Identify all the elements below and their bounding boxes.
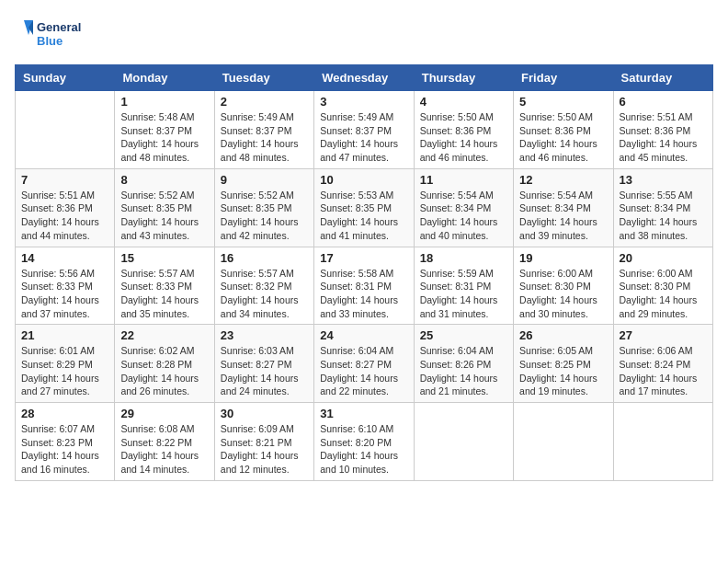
day-header-thursday: Thursday [414, 65, 513, 91]
cell-info: Sunrise: 5:56 AM Sunset: 8:33 PM Dayligh… [21, 267, 108, 321]
cell-info: Sunrise: 6:04 AM Sunset: 8:26 PM Dayligh… [420, 344, 507, 398]
week-row-2: 14Sunrise: 5:56 AM Sunset: 8:33 PM Dayli… [16, 247, 713, 325]
cell-info: Sunrise: 5:49 AM Sunset: 8:37 PM Dayligh… [221, 110, 308, 165]
calendar-cell [414, 403, 513, 481]
cell-date: 26 [519, 328, 607, 342]
cell-date: 22 [120, 328, 208, 342]
calendar-cell: 13Sunrise: 5:55 AM Sunset: 8:34 PM Dayli… [613, 168, 712, 247]
cell-info: Sunrise: 5:58 AM Sunset: 8:31 PM Dayligh… [320, 267, 407, 321]
cell-info: Sunrise: 6:10 AM Sunset: 8:20 PM Dayligh… [320, 422, 407, 477]
cell-date: 5 [519, 95, 607, 109]
calendar-cell [514, 403, 613, 481]
calendar-cell: 5Sunrise: 5:50 AM Sunset: 8:36 PM Daylig… [514, 91, 613, 169]
logo-svg: General Blue [15, 15, 88, 55]
cell-date: 8 [120, 173, 208, 187]
cell-date: 12 [519, 173, 607, 187]
day-header-wednesday: Wednesday [314, 65, 414, 91]
cell-date: 31 [320, 407, 407, 420]
calendar-cell: 17Sunrise: 5:58 AM Sunset: 8:31 PM Dayli… [314, 247, 414, 325]
cell-date: 7 [21, 173, 108, 187]
day-header-monday: Monday [115, 65, 214, 91]
cell-date: 23 [221, 328, 308, 342]
cell-info: Sunrise: 6:00 AM Sunset: 8:30 PM Dayligh… [519, 267, 607, 321]
calendar-cell: 14Sunrise: 5:56 AM Sunset: 8:33 PM Dayli… [16, 247, 115, 325]
cell-date: 18 [420, 251, 507, 265]
cell-date: 6 [620, 95, 707, 109]
calendar-cell: 21Sunrise: 6:01 AM Sunset: 8:29 PM Dayli… [16, 325, 115, 403]
cell-info: Sunrise: 5:53 AM Sunset: 8:35 PM Dayligh… [320, 189, 407, 243]
calendar-cell: 29Sunrise: 6:08 AM Sunset: 8:22 PM Dayli… [115, 403, 214, 481]
cell-info: Sunrise: 6:05 AM Sunset: 8:25 PM Dayligh… [519, 344, 607, 398]
calendar-cell: 2Sunrise: 5:49 AM Sunset: 8:37 PM Daylig… [214, 91, 313, 169]
cell-date: 25 [420, 328, 507, 342]
week-row-4: 28Sunrise: 6:07 AM Sunset: 8:23 PM Dayli… [16, 403, 713, 481]
header: General Blue [15, 15, 713, 55]
cell-info: Sunrise: 5:55 AM Sunset: 8:34 PM Dayligh… [620, 189, 707, 243]
cell-date: 24 [320, 328, 407, 342]
cell-info: Sunrise: 5:59 AM Sunset: 8:31 PM Dayligh… [420, 267, 507, 321]
calendar-cell: 9Sunrise: 5:52 AM Sunset: 8:35 PM Daylig… [214, 168, 313, 247]
calendar-cell: 25Sunrise: 6:04 AM Sunset: 8:26 PM Dayli… [414, 325, 513, 403]
calendar-cell: 12Sunrise: 5:54 AM Sunset: 8:34 PM Dayli… [514, 168, 613, 247]
calendar-cell: 3Sunrise: 5:49 AM Sunset: 8:37 PM Daylig… [314, 91, 414, 169]
calendar-cell: 7Sunrise: 5:51 AM Sunset: 8:36 PM Daylig… [16, 168, 115, 247]
calendar-cell: 31Sunrise: 6:10 AM Sunset: 8:20 PM Dayli… [314, 403, 414, 481]
cell-date: 11 [420, 173, 507, 187]
calendar-cell [613, 403, 712, 481]
cell-info: Sunrise: 5:48 AM Sunset: 8:37 PM Dayligh… [120, 110, 208, 165]
week-row-3: 21Sunrise: 6:01 AM Sunset: 8:29 PM Dayli… [16, 325, 713, 403]
day-header-tuesday: Tuesday [214, 65, 313, 91]
cell-info: Sunrise: 6:07 AM Sunset: 8:23 PM Dayligh… [21, 422, 108, 477]
calendar-cell: 23Sunrise: 6:03 AM Sunset: 8:27 PM Dayli… [214, 325, 313, 403]
calendar-cell: 1Sunrise: 5:48 AM Sunset: 8:37 PM Daylig… [115, 91, 214, 169]
cell-date: 19 [519, 251, 607, 265]
calendar-cell: 30Sunrise: 6:09 AM Sunset: 8:21 PM Dayli… [214, 403, 313, 481]
cell-info: Sunrise: 6:03 AM Sunset: 8:27 PM Dayligh… [221, 344, 308, 398]
calendar-cell: 6Sunrise: 5:51 AM Sunset: 8:36 PM Daylig… [613, 91, 712, 169]
cell-date: 3 [320, 95, 407, 109]
calendar-cell: 15Sunrise: 5:57 AM Sunset: 8:33 PM Dayli… [115, 247, 214, 325]
cell-date: 13 [620, 173, 707, 187]
day-header-saturday: Saturday [613, 65, 712, 91]
day-header-sunday: Sunday [16, 65, 115, 91]
cell-date: 20 [620, 251, 707, 265]
logo: General Blue [15, 15, 88, 55]
cell-date: 29 [120, 407, 208, 420]
svg-text:Blue: Blue [37, 34, 63, 48]
cell-date: 14 [21, 251, 108, 265]
cell-info: Sunrise: 6:08 AM Sunset: 8:22 PM Dayligh… [120, 422, 208, 477]
week-row-0: 1Sunrise: 5:48 AM Sunset: 8:37 PM Daylig… [16, 91, 713, 169]
cell-info: Sunrise: 5:50 AM Sunset: 8:36 PM Dayligh… [519, 110, 607, 165]
cell-info: Sunrise: 5:52 AM Sunset: 8:35 PM Dayligh… [120, 189, 208, 243]
cell-info: Sunrise: 5:57 AM Sunset: 8:33 PM Dayligh… [120, 267, 208, 321]
cell-date: 28 [21, 407, 108, 420]
calendar-cell: 4Sunrise: 5:50 AM Sunset: 8:36 PM Daylig… [414, 91, 513, 169]
calendar-cell: 24Sunrise: 6:04 AM Sunset: 8:27 PM Dayli… [314, 325, 414, 403]
calendar-cell: 16Sunrise: 5:57 AM Sunset: 8:32 PM Dayli… [214, 247, 313, 325]
cell-info: Sunrise: 6:04 AM Sunset: 8:27 PM Dayligh… [320, 344, 407, 398]
cell-info: Sunrise: 6:01 AM Sunset: 8:29 PM Dayligh… [21, 344, 108, 398]
calendar-table: SundayMondayTuesdayWednesdayThursdayFrid… [15, 64, 713, 481]
calendar-cell: 27Sunrise: 6:06 AM Sunset: 8:24 PM Dayli… [613, 325, 712, 403]
cell-info: Sunrise: 6:09 AM Sunset: 8:21 PM Dayligh… [221, 422, 308, 477]
cell-date: 10 [320, 173, 407, 187]
cell-date: 9 [221, 173, 308, 187]
day-header-friday: Friday [514, 65, 613, 91]
cell-info: Sunrise: 5:50 AM Sunset: 8:36 PM Dayligh… [420, 110, 507, 165]
cell-info: Sunrise: 5:54 AM Sunset: 8:34 PM Dayligh… [420, 189, 507, 243]
cell-info: Sunrise: 6:06 AM Sunset: 8:24 PM Dayligh… [620, 344, 707, 398]
header-row: SundayMondayTuesdayWednesdayThursdayFrid… [16, 65, 713, 91]
cell-info: Sunrise: 5:52 AM Sunset: 8:35 PM Dayligh… [221, 189, 308, 243]
calendar-cell [16, 91, 115, 169]
cell-date: 30 [221, 407, 308, 420]
cell-date: 16 [221, 251, 308, 265]
cell-info: Sunrise: 5:51 AM Sunset: 8:36 PM Dayligh… [21, 189, 108, 243]
calendar-cell: 26Sunrise: 6:05 AM Sunset: 8:25 PM Dayli… [514, 325, 613, 403]
cell-info: Sunrise: 6:02 AM Sunset: 8:28 PM Dayligh… [120, 344, 208, 398]
calendar-cell: 28Sunrise: 6:07 AM Sunset: 8:23 PM Dayli… [16, 403, 115, 481]
calendar-cell: 10Sunrise: 5:53 AM Sunset: 8:35 PM Dayli… [314, 168, 414, 247]
cell-info: Sunrise: 5:57 AM Sunset: 8:32 PM Dayligh… [221, 267, 308, 321]
cell-info: Sunrise: 5:49 AM Sunset: 8:37 PM Dayligh… [320, 110, 407, 165]
calendar-cell: 18Sunrise: 5:59 AM Sunset: 8:31 PM Dayli… [414, 247, 513, 325]
cell-date: 21 [21, 328, 108, 342]
